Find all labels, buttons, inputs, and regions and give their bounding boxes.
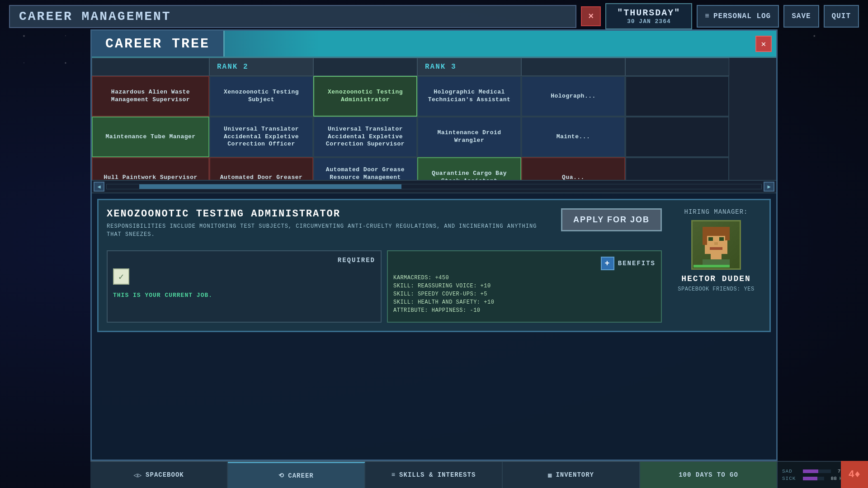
job-universal-supervisor[interactable]: Universal Translator Accidental Expletiv… bbox=[313, 117, 417, 157]
rank-header-2: RANK 2 bbox=[209, 58, 313, 76]
svg-rect-2 bbox=[703, 227, 707, 245]
scroll-thumb[interactable] bbox=[139, 184, 401, 189]
rank-header-empty2 bbox=[313, 58, 417, 76]
benefits-box: + BENEFITS KarmaCreds: +450 Skill: REASS… bbox=[387, 250, 662, 323]
sick-label: SICK bbox=[782, 476, 800, 481]
job-xenozoo-admin[interactable]: Xenozoonotic Testing Administrator bbox=[313, 76, 417, 117]
current-job-text: THIS IS YOUR CURRENT JOB. bbox=[113, 292, 375, 299]
hiring-manager-label: HIRING MANAGER: bbox=[671, 208, 761, 216]
svg-rect-5 bbox=[719, 237, 724, 241]
sad-label: SAD bbox=[782, 469, 800, 474]
job-hull-paint[interactable]: Hull Paintwork Supervisor bbox=[92, 157, 209, 180]
job-placeholder1 bbox=[625, 76, 729, 117]
job-placeholder3 bbox=[625, 157, 729, 180]
log-icon: ≡ bbox=[705, 12, 710, 20]
job-maintenance-droid[interactable]: Maintenance Droid Wrangler bbox=[417, 117, 521, 157]
career-tree-header: CAREER TREE ✕ bbox=[92, 31, 776, 58]
hiring-manager-panel: HIRING MANAGER: bbox=[671, 208, 761, 323]
day-name: "THURSDAY" bbox=[617, 8, 680, 18]
date-label: 30 JAN 2364 bbox=[617, 18, 680, 25]
quit-button[interactable]: QUIT bbox=[824, 5, 859, 28]
rank-header-3: RANK 3 bbox=[417, 58, 521, 76]
corner-badge: 4♦ bbox=[841, 461, 868, 488]
svg-rect-10 bbox=[693, 265, 730, 267]
rank-header-empty1 bbox=[92, 58, 209, 76]
career-tree-title: CAREER TREE bbox=[92, 31, 225, 56]
day-display: "THURSDAY" 30 JAN 2364 bbox=[605, 3, 692, 29]
skills-icon: ≡ bbox=[392, 471, 396, 479]
job-holographic-asst[interactable]: Holographic Medical Technician's Assista… bbox=[417, 76, 521, 117]
inventory-icon: ▦ bbox=[548, 471, 552, 479]
job-detail-title: XENOZOONOTIC TESTING ADMINISTRATOR bbox=[107, 208, 552, 220]
manager-face bbox=[693, 221, 740, 268]
window-title: CAREER MANAGEMENT bbox=[9, 5, 576, 28]
save-button[interactable]: SAVE bbox=[783, 5, 819, 28]
benefits-item-4: Attribute: HAPPINESS: -10 bbox=[393, 307, 656, 314]
apply-for-job-button[interactable]: APPLY FOR JOB bbox=[561, 208, 662, 231]
detail-panel: XENOZOONOTIC TESTING ADMINISTRATOR RESPO… bbox=[97, 199, 771, 332]
nav-inventory-button[interactable]: ▦ INVENTORY bbox=[503, 462, 640, 488]
scroll-track[interactable] bbox=[106, 184, 762, 189]
career-grid-container: RANK 2 RANK 3 Hazardous Alien Waste Mana… bbox=[92, 58, 776, 180]
job-xenozoo-subject[interactable]: Xenozoonotic Testing Subject bbox=[209, 76, 313, 117]
job-holographic-asst2[interactable]: Holograph... bbox=[521, 76, 625, 117]
health-value: 88 bbox=[827, 476, 837, 481]
benefits-item-3: Skill: HEALTH AND SAFETY: +10 bbox=[393, 299, 656, 305]
career-tree-close-button[interactable]: ✕ bbox=[755, 36, 772, 52]
rank-header-empty3 bbox=[521, 58, 625, 76]
required-header: REQUIRED bbox=[113, 257, 375, 264]
main-panel: CAREER TREE ✕ RANK 2 RANK 3 Hazardous Al… bbox=[90, 29, 778, 461]
personal-log-button[interactable]: ≡ PERSONAL LOG bbox=[697, 5, 779, 28]
job-universal-officer[interactable]: Universal Translator Accidental Expletiv… bbox=[209, 117, 313, 157]
detail-main: XENOZOONOTIC TESTING ADMINISTRATOR RESPO… bbox=[107, 208, 662, 323]
spacebook-icon: ◁▷ bbox=[133, 471, 142, 479]
manager-spacebook: Spacebook Friends: Yes bbox=[671, 286, 761, 292]
nav-spacebook-button[interactable]: ◁▷ SPACEBOOK bbox=[90, 462, 228, 488]
job-quarantine-cargo2[interactable]: Qua... bbox=[521, 157, 625, 180]
job-auto-door[interactable]: Automated Door Greaser bbox=[209, 157, 313, 180]
nav-days-button[interactable]: 100 DAYS TO GO bbox=[640, 462, 778, 488]
mood-bar-background bbox=[803, 469, 831, 473]
benefits-item-1: Skill: REASSURING VOICE: +10 bbox=[393, 283, 656, 289]
scroll-right-button[interactable]: ▶ bbox=[764, 182, 774, 192]
health-bar-fill bbox=[803, 477, 817, 480]
benefits-item-0: KarmaCreds: +450 bbox=[393, 275, 656, 281]
career-icon: ⟲ bbox=[278, 472, 284, 479]
career-grid: RANK 2 RANK 3 Hazardous Alien Waste Mana… bbox=[92, 58, 776, 180]
job-maintenance-tube[interactable]: Maintenance Tube Manager bbox=[92, 117, 209, 157]
benefits-plus-icon: + bbox=[601, 257, 614, 270]
benefits-item-2: Skill: SPEEDY COVER-UPS: +5 bbox=[393, 291, 656, 297]
svg-rect-6 bbox=[714, 242, 718, 245]
window-close-button[interactable]: × bbox=[581, 6, 601, 26]
bottom-nav: ◁▷ SPACEBOOK ⟲ CAREER ≡ SKILLS & INTERES… bbox=[90, 461, 778, 488]
job-maintenance-droid2[interactable]: Mainte... bbox=[521, 117, 625, 157]
scroll-left-button[interactable]: ◀ bbox=[94, 182, 104, 192]
requirement-check-icon: ✓ bbox=[113, 268, 129, 285]
svg-rect-7 bbox=[710, 247, 722, 250]
job-auto-door-resource[interactable]: Automated Door Grease Resource Managemen… bbox=[313, 157, 417, 180]
detail-top-row: XENOZOONOTIC TESTING ADMINISTRATOR RESPO… bbox=[107, 208, 662, 246]
job-detail-description: RESPONSIBILITIES INCLUDE MONITORING TEST… bbox=[107, 222, 552, 239]
nav-skills-button[interactable]: ≡ SKILLS & INTERESTS bbox=[365, 462, 503, 488]
svg-rect-3 bbox=[725, 227, 730, 240]
horizontal-scrollbar[interactable]: ◀ ▶ bbox=[92, 180, 776, 193]
rank-header-empty4 bbox=[625, 58, 729, 76]
nav-career-button[interactable]: ⟲ CAREER bbox=[228, 462, 365, 488]
benefits-header: + BENEFITS bbox=[393, 257, 656, 270]
job-hazardous[interactable]: Hazardous Alien Waste Management Supervi… bbox=[92, 76, 209, 117]
mood-bar-fill bbox=[803, 469, 818, 473]
manager-face-svg bbox=[693, 222, 739, 267]
req-benefits-area: REQUIRED ✓ THIS IS YOUR CURRENT JOB. + B… bbox=[107, 250, 662, 323]
detail-text-area: XENOZOONOTIC TESTING ADMINISTRATOR RESPO… bbox=[107, 208, 552, 246]
job-placeholder2 bbox=[625, 117, 729, 157]
health-bar-background bbox=[803, 477, 824, 480]
manager-avatar bbox=[691, 220, 741, 270]
manager-name: HECTOR DUDEN bbox=[671, 274, 761, 283]
svg-rect-4 bbox=[708, 237, 713, 241]
job-quarantine-cargo[interactable]: Quarantine Cargo Bay Stock Assistant bbox=[417, 157, 521, 180]
topbar: CAREER MANAGEMENT × "THURSDAY" 30 JAN 23… bbox=[0, 0, 868, 33]
requirements-box: REQUIRED ✓ THIS IS YOUR CURRENT JOB. bbox=[107, 250, 382, 323]
